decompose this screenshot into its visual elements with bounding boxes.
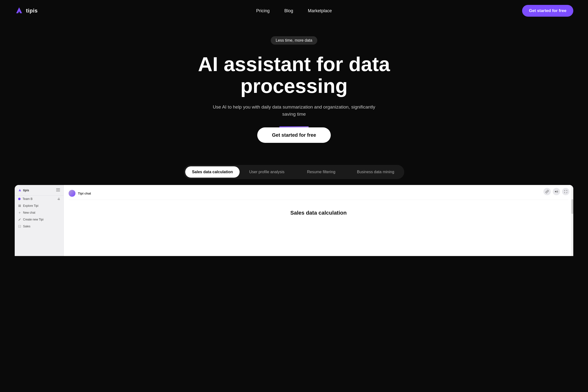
hero-title: AI assistant for data processing [159, 54, 429, 97]
svg-rect-2 [18, 206, 20, 207]
sidebar-item-new-chat[interactable]: New chat [15, 209, 64, 216]
svg-rect-0 [18, 205, 20, 206]
app-topbar-title: Tipi chat [78, 192, 91, 195]
sales-icon [18, 225, 21, 228]
person-add-icon [57, 198, 60, 200]
navbar: tipis Pricing Blog Marketplace Get start… [0, 0, 588, 22]
app-logo-icon-small [18, 189, 22, 192]
expand-button[interactable] [562, 188, 570, 195]
sidebar-item-explore-tipi[interactable]: Explore Tipi [15, 202, 64, 209]
nav-cta-button[interactable]: Get started for free [522, 5, 573, 17]
volume-button[interactable] [553, 188, 560, 195]
tabs-bar: Sales data calculation User profile anal… [184, 165, 404, 179]
link-icon [545, 190, 549, 193]
team-b-dot [18, 198, 20, 200]
nav-links: Pricing Blog Marketplace [256, 8, 332, 14]
hero-section: Less time, more data AI assistant for da… [0, 22, 588, 155]
avatar [68, 190, 76, 197]
app-content-title: Sales data calculation [68, 210, 568, 216]
tab-sales-data-calculation[interactable]: Sales data calculation [185, 166, 240, 178]
expand-icon [564, 190, 568, 193]
app-main: Tipi chat [64, 185, 573, 256]
nav-blog[interactable]: Blog [284, 8, 293, 14]
app-sidebar: tipis Team B Exp [15, 185, 64, 256]
app-topbar: Tipi chat [68, 190, 568, 200]
sidebar-item-sales[interactable]: Sales [15, 223, 64, 230]
logo[interactable]: tipis [15, 6, 38, 15]
tab-business-data-mining[interactable]: Business data mining [348, 166, 403, 178]
nav-marketplace[interactable]: Marketplace [308, 8, 332, 14]
scrollbar[interactable] [571, 185, 573, 256]
svg-rect-3 [20, 206, 21, 207]
hero-cta-button[interactable]: Get started for free [257, 128, 331, 143]
app-logo-small: tipis [18, 189, 29, 192]
link-button[interactable] [544, 188, 551, 195]
volume-icon [555, 190, 558, 193]
menu-icon[interactable] [56, 188, 60, 192]
explore-icon [18, 204, 21, 207]
svg-rect-1 [20, 205, 21, 206]
hero-subtitle: Use AI to help you with daily data summa… [208, 104, 380, 118]
sidebar-item-team-b[interactable]: Team B [15, 196, 64, 202]
logo-text: tipis [26, 8, 38, 14]
hero-badge: Less time, more data [271, 36, 317, 44]
tab-user-profile-analysis[interactable]: User profile analysis [240, 166, 294, 178]
plus-icon [18, 211, 21, 214]
app-sidebar-header: tipis [15, 188, 64, 196]
nav-pricing[interactable]: Pricing [256, 8, 270, 14]
tipis-logo-icon [15, 6, 24, 15]
pencil-icon [18, 218, 21, 221]
tab-resume-filtering[interactable]: Resume filtering [294, 166, 348, 178]
app-preview: tipis Team B Exp [15, 185, 573, 256]
sidebar-item-create-new-tipi[interactable]: Create new Tipi [15, 216, 64, 223]
app-topbar-actions [544, 188, 570, 195]
scrollbar-thumb [571, 199, 573, 214]
tabs-section: Sales data calculation User profile anal… [0, 155, 588, 179]
